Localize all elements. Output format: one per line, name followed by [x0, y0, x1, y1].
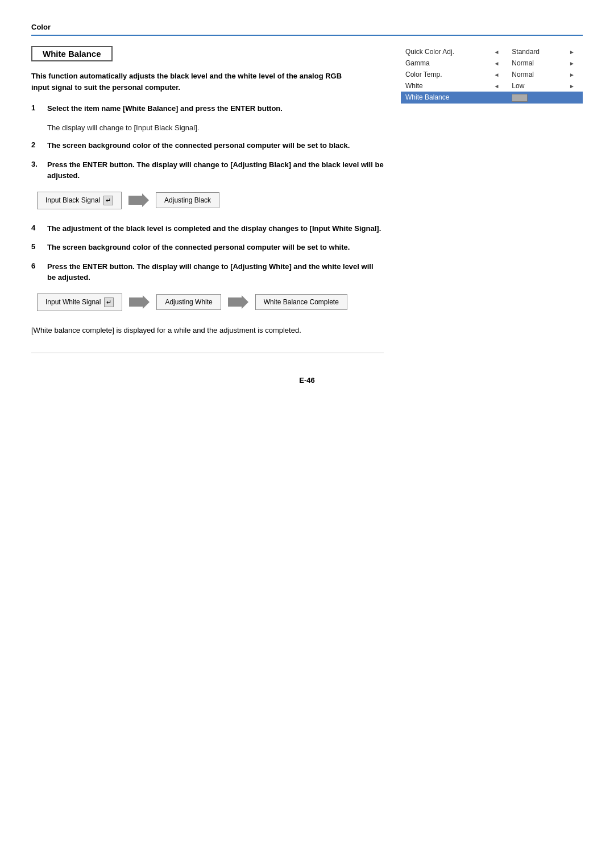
menu-left-arrow-0[interactable]: ◄: [486, 46, 507, 57]
section-title: Color: [31, 23, 51, 31]
step-4: 4 The adjustment of the black level is c…: [31, 223, 384, 234]
step-text-4: The adjustment of the black level is com…: [47, 223, 381, 234]
menu-table: Quick Color Adj.◄Standard►Gamma◄Normal►C…: [401, 46, 583, 104]
step-text-6: Press the ENTER button. The display will…: [47, 261, 384, 283]
step-number-4: 4: [31, 224, 42, 234]
page-number: E-46: [31, 376, 583, 385]
menu-value-4: [507, 92, 561, 104]
intro-text: This function automatically adjusts the …: [31, 71, 361, 93]
menu-label-4: White Balance: [401, 92, 486, 104]
footer-line: [31, 353, 384, 359]
step-number-1: 1: [31, 104, 42, 114]
menu-left-arrow-1[interactable]: ◄: [486, 57, 507, 69]
menu-value-2: Normal: [507, 69, 561, 80]
step-text-2: The screen background color of the conne…: [47, 140, 350, 151]
menu-label-1: Gamma: [401, 57, 486, 69]
step-6: 6 Press the ENTER button. The display wi…: [31, 261, 384, 283]
menu-row-3: White◄Low►: [401, 80, 583, 92]
arrow-2: [129, 295, 150, 309]
step-text-1: Select the item name [White Balance] and…: [47, 103, 283, 114]
step-text-3: Press the ENTER button. The display will…: [47, 159, 384, 181]
page: Color White Balance This function automa…: [0, 0, 614, 407]
menu-label-3: White: [401, 80, 486, 92]
menu-label-0: Quick Color Adj.: [401, 46, 486, 57]
step-number-5: 5: [31, 242, 42, 253]
right-column: Quick Color Adj.◄Standard►Gamma◄Normal►C…: [401, 46, 583, 359]
white-balance-title: White Balance: [31, 46, 113, 61]
diagram2-box3: White Balance Complete: [255, 294, 347, 310]
menu-left-arrow-2[interactable]: ◄: [486, 69, 507, 80]
step-number-2: 2: [31, 140, 42, 151]
diagram1-box2: Adjusting Black: [156, 192, 219, 208]
menu-row-4: White Balance: [401, 92, 583, 104]
enter-icon-2: ↵: [104, 297, 114, 307]
svg-marker-0: [128, 193, 149, 207]
menu-right-arrow-2[interactable]: ►: [561, 69, 583, 80]
enter-icon-1: ↵: [103, 196, 113, 205]
step-number-3: 3.: [31, 160, 42, 181]
svg-marker-1: [129, 295, 150, 309]
white-balance-indicator: [512, 94, 528, 102]
diagram2-box2: Adjusting White: [156, 294, 221, 310]
left-column: White Balance This function automaticall…: [31, 46, 384, 359]
step-number-6: 6: [31, 262, 42, 283]
diagram2-box1: Input White Signal ↵: [37, 294, 122, 311]
menu-right-arrow-4[interactable]: [561, 92, 583, 104]
menu-left-arrow-4[interactable]: [486, 92, 507, 104]
menu-value-3: Low: [507, 80, 561, 92]
arrow-3: [228, 295, 248, 309]
svg-marker-2: [228, 295, 248, 309]
diagram1-box1: Input Black Signal ↵: [37, 192, 122, 209]
menu-right-arrow-0[interactable]: ►: [561, 46, 583, 57]
step-text-5: The screen background color of the conne…: [47, 242, 350, 253]
content-area: White Balance This function automaticall…: [31, 46, 583, 359]
sub-note-1: The display will change to [Input Black …: [47, 122, 384, 134]
step-1: 1 Select the item name [White Balance] a…: [31, 103, 384, 114]
arrow-1: [128, 193, 149, 207]
section-header: Color: [31, 23, 583, 36]
menu-right-arrow-1[interactable]: ►: [561, 57, 583, 69]
menu-row-0: Quick Color Adj.◄Standard►: [401, 46, 583, 57]
step-5: 5 The screen background color of the con…: [31, 242, 384, 253]
menu-value-1: Normal: [507, 57, 561, 69]
menu-row-2: Color Temp.◄Normal►: [401, 69, 583, 80]
menu-left-arrow-3[interactable]: ◄: [486, 80, 507, 92]
diagram-2: Input White Signal ↵ Adjusting White: [37, 294, 384, 311]
menu-right-arrow-3[interactable]: ►: [561, 80, 583, 92]
menu-row-1: Gamma◄Normal►: [401, 57, 583, 69]
step-3: 3. Press the ENTER button. The display w…: [31, 159, 384, 181]
menu-value-0: Standard: [507, 46, 561, 57]
complete-note: [White balance complete] is displayed fo…: [31, 325, 316, 336]
menu-label-2: Color Temp.: [401, 69, 486, 80]
diagram-1: Input Black Signal ↵ Adjusting Black: [37, 192, 384, 209]
step-2: 2 The screen background color of the con…: [31, 140, 384, 151]
